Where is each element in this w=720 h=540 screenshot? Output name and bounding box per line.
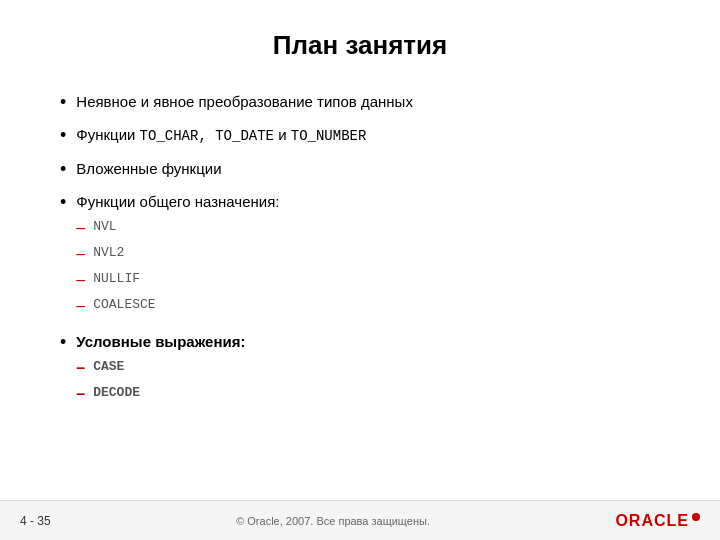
sub-dash: –: [76, 358, 85, 379]
general-functions-label: Функции общего назначения:: [76, 193, 279, 210]
bullet-text: Условные выражения: – CASE – DECODE: [76, 331, 245, 410]
list-item: – NVL: [76, 218, 279, 239]
sub-dash: –: [76, 244, 85, 265]
sub-item-text: COALESCE: [93, 296, 155, 314]
sub-item-text: NVL2: [93, 244, 124, 262]
slide-title: План занятия: [60, 30, 660, 61]
content-area: План занятия • Неявное и явное преобразо…: [0, 0, 720, 500]
bullet-dot: •: [60, 331, 66, 354]
copyright-text: © Oracle, 2007. Все права защищены.: [236, 515, 430, 527]
bullet-text: Вложенные функции: [76, 158, 221, 179]
list-item: – DECODE: [76, 384, 245, 405]
list-item: – COALESCE: [76, 296, 279, 317]
sub-dash: –: [76, 218, 85, 239]
bullet-dot: •: [60, 158, 66, 181]
sub-item-text: DECODE: [93, 384, 140, 402]
list-item: • Неявное и явное преобразование типов д…: [60, 91, 660, 114]
list-item: – CASE: [76, 358, 245, 379]
bullet-dot: •: [60, 91, 66, 114]
oracle-dot-icon: [692, 513, 700, 521]
mono-text2: TO_NUMBER: [291, 128, 367, 144]
sub-list: – CASE – DECODE: [76, 358, 245, 405]
list-item: • Условные выражения: – CASE – DECODE: [60, 331, 660, 410]
footer: 4 - 35 © Oracle, 2007. Все права защищен…: [0, 500, 720, 540]
sub-dash: –: [76, 296, 85, 317]
text-mid: и: [274, 126, 291, 143]
bullet-text: Функции общего назначения: – NVL – NVL2 …: [76, 191, 279, 321]
list-item: • Вложенные функции: [60, 158, 660, 181]
list-item: – NVL2: [76, 244, 279, 265]
text-prefix: Функции: [76, 126, 139, 143]
sub-item-text: NVL: [93, 218, 116, 236]
sub-dash: –: [76, 270, 85, 291]
sub-item-text: CASE: [93, 358, 124, 376]
bullet-dot: •: [60, 124, 66, 147]
bullet-list: • Неявное и явное преобразование типов д…: [60, 91, 660, 410]
slide: План занятия • Неявное и явное преобразо…: [0, 0, 720, 540]
oracle-logo: ORACLE: [615, 512, 700, 530]
oracle-logo-text: ORACLE: [615, 512, 689, 530]
sub-dash: –: [76, 384, 85, 405]
conditional-label: Условные выражения:: [76, 333, 245, 350]
bullet-dot: •: [60, 191, 66, 214]
sub-list: – NVL – NVL2 – NULLIF –: [76, 218, 279, 316]
bullet-text: Неявное и явное преобразование типов дан…: [76, 91, 413, 112]
page-number: 4 - 35: [20, 514, 51, 528]
list-item: – NULLIF: [76, 270, 279, 291]
sub-item-text: NULLIF: [93, 270, 140, 288]
mono-text: TO_CHAR, TO_DATE: [140, 128, 274, 144]
list-item: • Функции общего назначения: – NVL – NVL…: [60, 191, 660, 321]
list-item: • Функции TO_CHAR, TO_DATE и TO_NUMBER: [60, 124, 660, 147]
bullet-text: Функции TO_CHAR, TO_DATE и TO_NUMBER: [76, 124, 366, 147]
